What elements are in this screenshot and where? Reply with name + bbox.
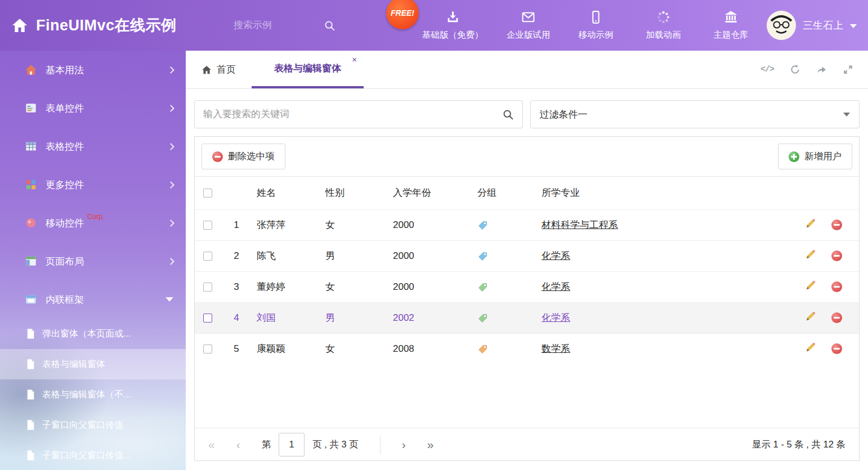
source-code-icon[interactable]: </>	[760, 65, 774, 74]
edit-icon[interactable]	[805, 249, 816, 263]
delete-row-icon[interactable]	[831, 220, 842, 230]
chevron-right-icon	[167, 105, 175, 112]
fullscreen-icon[interactable]	[843, 64, 853, 75]
sidebar-subitem-label: 表格与编辑窗体（不...	[42, 389, 131, 401]
sidebar-item-more-controls[interactable]: 更多控件	[0, 165, 186, 204]
keyword-search-input[interactable]	[203, 109, 502, 120]
nav-item-label: 加载动画	[646, 29, 681, 41]
nav-item-basic-free[interactable]: 基础版（免费）	[418, 10, 488, 41]
page-number-input[interactable]	[279, 433, 305, 456]
delete-selected-button[interactable]: 删除选中项	[202, 144, 285, 169]
cell-gender: 女	[317, 333, 385, 364]
filter-dropdown[interactable]: 过滤条件一	[530, 100, 860, 128]
nav-item-enterprise-trial[interactable]: 企业版试用	[502, 10, 556, 41]
sidebar-submenu: 弹出窗体（本页面或... 表格与编辑窗体 表格与编辑窗体（不... 子窗口向父窗…	[0, 319, 186, 470]
sidebar-item-label: 表格控件	[46, 140, 84, 153]
chevron-down-icon	[843, 113, 850, 117]
table-row[interactable]: 1 张萍萍 女 2000 材料科学与工程系	[195, 209, 859, 240]
select-all-checkbox[interactable]	[203, 189, 212, 198]
delete-row-icon[interactable]	[831, 312, 842, 323]
major-link[interactable]: 材料科学与工程系	[542, 220, 618, 230]
tab-grid-edit-window[interactable]: 表格与编辑窗体 ×	[252, 51, 364, 88]
search-icon[interactable]	[324, 20, 335, 32]
close-icon[interactable]: ×	[352, 55, 357, 64]
delete-row-icon[interactable]	[831, 281, 842, 292]
row-index: 4	[224, 302, 249, 333]
nav-item-loading-animation[interactable]: 加载动画	[637, 10, 691, 41]
nav-item-mobile-demo[interactable]: 移动示例	[569, 10, 623, 41]
nav-item-theme-store[interactable]: 主题仓库	[704, 10, 758, 41]
row-checkbox[interactable]	[203, 283, 212, 292]
mobile-icon	[589, 10, 603, 24]
user-menu[interactable]: 三生石上	[767, 11, 868, 40]
sidebar-item-form-controls[interactable]: 表单控件	[0, 89, 186, 127]
sidebar-subitem-popup-window[interactable]: 弹出窗体（本页面或...	[0, 319, 186, 349]
frame-icon	[25, 293, 37, 306]
edit-icon[interactable]	[805, 311, 816, 325]
edit-icon[interactable]	[805, 218, 816, 232]
sidebar-subitem-label: 弹出窗体（本页面或...	[42, 328, 131, 340]
chevron-right-icon	[167, 143, 175, 150]
row-checkbox[interactable]	[203, 314, 212, 323]
sidebar-item-label: 移动控件	[46, 217, 84, 230]
chevron-down-icon	[850, 24, 857, 28]
next-page-button[interactable]: ›	[402, 438, 406, 450]
major-link[interactable]: 化学系	[542, 250, 570, 261]
row-index: 2	[224, 240, 249, 271]
row-checkbox[interactable]	[203, 221, 212, 230]
nav-item-label: 主题仓库	[714, 29, 749, 41]
mobile-control-icon	[25, 217, 37, 229]
row-checkbox[interactable]	[203, 252, 212, 261]
sidebar: 基本用法 表单控件 表格控件 更多控件	[0, 51, 186, 470]
main-content: 首页 表格与编辑窗体 × </>	[186, 51, 868, 470]
sidebar-subitem-grid-edit-window[interactable]: 表格与编辑窗体	[0, 349, 186, 379]
major-link[interactable]: 化学系	[542, 312, 570, 323]
grid-toolbar: 删除选中项 新增用户	[195, 137, 859, 177]
major-link[interactable]: 数学系	[542, 343, 570, 354]
tag-icon	[477, 344, 488, 355]
edit-icon[interactable]	[805, 342, 816, 356]
first-page-button[interactable]: «	[208, 438, 215, 450]
table-body: 1 张萍萍 女 2000 材料科学与工程系	[195, 209, 859, 364]
sidebar-subitem-label: 子窗口向父窗口传值	[42, 419, 123, 431]
delete-selected-label: 删除选中项	[228, 150, 275, 163]
table-row[interactable]: 5 康颖颖 女 2008 数学系	[195, 333, 859, 364]
edit-icon[interactable]	[805, 280, 816, 294]
cell-year: 2008	[385, 333, 469, 364]
table-row[interactable]: 2 陈飞 男 2000 化学系	[195, 240, 859, 271]
cell-gender: 女	[317, 271, 385, 302]
tab-home[interactable]: 首页	[186, 51, 252, 88]
search-icon[interactable]	[502, 109, 514, 120]
sidebar-item-grid-controls[interactable]: 表格控件	[0, 127, 186, 165]
sidebar-subitem-child-to-parent-2[interactable]: 子窗口向父窗口传值...	[0, 440, 186, 470]
download-icon	[446, 10, 460, 24]
cell-year: 2002	[385, 302, 469, 333]
sidebar-item-label: 表单控件	[46, 102, 84, 115]
add-user-button[interactable]: 新增用户	[778, 144, 852, 169]
major-link[interactable]: 化学系	[542, 281, 570, 292]
sidebar-subitem-child-to-parent[interactable]: 子窗口向父窗口传值	[0, 410, 186, 440]
tag-icon	[477, 220, 488, 231]
sidebar-item-inline-frame[interactable]: 内联框架	[0, 280, 186, 319]
sidebar-subitem-grid-edit-window-no[interactable]: 表格与编辑窗体（不...	[0, 379, 186, 410]
envelope-icon	[521, 10, 535, 24]
last-page-button[interactable]: »	[427, 438, 434, 450]
sidebar-item-basic-usage[interactable]: 基本用法	[0, 51, 186, 89]
chevron-right-icon	[167, 220, 175, 227]
share-icon[interactable]	[816, 64, 827, 75]
filter-row: 过滤条件一	[186, 89, 868, 128]
row-checkbox[interactable]	[203, 344, 212, 353]
delete-row-icon[interactable]	[831, 250, 842, 261]
chevron-right-icon	[167, 181, 175, 189]
sidebar-item-mobile-controls[interactable]: 移动控件 Corp.	[0, 204, 186, 242]
header-search-input[interactable]	[234, 20, 324, 31]
table-row[interactable]: 4 刘国 男 2002 化学系	[195, 302, 859, 333]
refresh-icon[interactable]	[790, 64, 800, 75]
filter-dropdown-value: 过滤条件一	[540, 108, 588, 121]
delete-row-icon[interactable]	[831, 343, 842, 354]
tab-active-label: 表格与编辑窗体	[274, 62, 341, 75]
table-row[interactable]: 3 董婷婷 女 2000 化学系	[195, 271, 859, 302]
prev-page-button[interactable]: ‹	[236, 438, 240, 450]
grid-panel: 删除选中项 新增用户 姓名	[194, 136, 860, 461]
sidebar-item-page-layout[interactable]: 页面布局	[0, 242, 186, 280]
